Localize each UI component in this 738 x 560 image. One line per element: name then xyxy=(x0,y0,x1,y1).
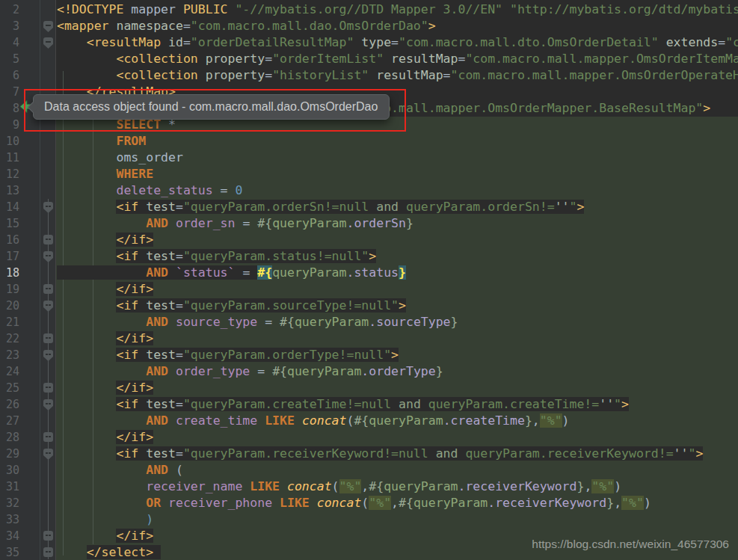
line-number: 8 xyxy=(0,100,19,117)
code-line[interactable]: </if> xyxy=(56,232,738,248)
line-number: 22 xyxy=(0,330,19,347)
line-number: 21 xyxy=(0,314,19,330)
line-number: 34 xyxy=(0,528,19,544)
code-line[interactable]: AND order_sn = #{queryParam.orderSn} xyxy=(56,215,738,232)
code-line[interactable]: <if test="queryParam.status!=null"> xyxy=(56,248,738,265)
line-number: 29 xyxy=(0,446,19,462)
line-number: 27 xyxy=(0,413,19,429)
line-number: 24 xyxy=(0,363,19,380)
tooltip-text: Data access object found - com.macro.mal… xyxy=(44,100,378,113)
code-line[interactable]: receiver_name LIKE concat("%",#{queryPar… xyxy=(56,479,738,495)
code-line[interactable]: <if test="queryParam.orderSn!=null and q… xyxy=(56,199,738,215)
code-line[interactable]: ) xyxy=(56,511,738,528)
line-number: 23 xyxy=(0,347,19,363)
code-line[interactable]: AND source_type = #{queryParam.sourceTyp… xyxy=(56,314,738,330)
line-number: 16 xyxy=(0,232,19,248)
code-line[interactable]: delete_status = 0 xyxy=(56,182,738,199)
code-line[interactable]: OR receiver_phone LIKE concat("%",#{quer… xyxy=(56,495,738,511)
code-line[interactable]: </if> xyxy=(56,429,738,446)
dao-tooltip: Data access object found - com.macro.mal… xyxy=(33,94,390,120)
code-line[interactable]: WHERE xyxy=(56,166,738,182)
line-number: 10 xyxy=(0,133,19,150)
line-number: 20 xyxy=(0,298,19,314)
line-number: 9 xyxy=(0,117,19,133)
code-line[interactable]: <if test="queryParam.createTime!=null an… xyxy=(56,396,738,413)
line-number: 2 xyxy=(0,1,19,18)
line-number: 32 xyxy=(0,495,19,511)
line-number: 35 xyxy=(0,544,19,560)
xml-editor: 2345678910111213141516171819202122232425… xyxy=(0,0,738,560)
line-number: 31 xyxy=(0,479,19,495)
line-number: 25 xyxy=(0,380,19,396)
line-number: 18 xyxy=(0,265,19,281)
line-number: 7 xyxy=(0,84,19,100)
line-number: 13 xyxy=(0,182,19,199)
line-number: 26 xyxy=(0,396,19,413)
line-number: 30 xyxy=(0,462,19,479)
code-line[interactable]: AND `status` = #{queryParam.status} xyxy=(56,265,738,281)
line-number: 17 xyxy=(0,248,19,265)
code-line[interactable]: oms_order xyxy=(56,150,738,166)
code-line[interactable]: </if> xyxy=(56,281,738,298)
line-number: 28 xyxy=(0,429,19,446)
watermark-text: https://blog.csdn.net/weixin_46577306 xyxy=(532,536,729,553)
code-line[interactable]: AND ( xyxy=(56,462,738,479)
fold-connector-line xyxy=(48,199,49,559)
code-line[interactable]: AND create_time LIKE concat(#{queryParam… xyxy=(56,413,738,429)
line-number: 6 xyxy=(0,67,19,84)
code-line[interactable]: <if test="queryParam.receiverKeyword!=nu… xyxy=(56,446,738,462)
line-number: 5 xyxy=(0,51,19,67)
line-number: 3 xyxy=(0,18,19,34)
code-line[interactable]: <!DOCTYPE mapper PUBLIC "-//mybatis.org/… xyxy=(56,1,738,18)
code-lines[interactable]: <!DOCTYPE mapper PUBLIC "-//mybatis.org/… xyxy=(56,1,738,560)
code-line[interactable]: FROM xyxy=(56,133,738,150)
fold-start-icon[interactable] xyxy=(43,21,53,32)
line-number: 14 xyxy=(0,199,19,215)
line-number: 12 xyxy=(0,166,19,182)
code-line[interactable]: <collection property="historyList" resul… xyxy=(56,67,738,84)
code-line[interactable]: <collection property="orderItemList" res… xyxy=(56,51,738,67)
gutter: 2345678910111213141516171819202122232425… xyxy=(0,0,56,560)
line-number: 19 xyxy=(0,281,19,298)
code-line[interactable]: <resultMap id="orderDetailResultMap" typ… xyxy=(56,34,738,51)
code-line[interactable]: </if> xyxy=(56,330,738,347)
gutter-rows: 2345678910111213141516171819202122232425… xyxy=(0,1,55,560)
fold-start-icon[interactable] xyxy=(43,37,53,49)
code-line[interactable]: <mapper namespace="com.macro.mall.dao.Om… xyxy=(56,18,738,34)
code-line[interactable]: <if test="queryParam.sourceType!=null"> xyxy=(56,298,738,314)
code-line[interactable]: <if test="queryParam.orderType!=null"> xyxy=(56,347,738,363)
line-number: 11 xyxy=(0,150,19,166)
line-number: 33 xyxy=(0,511,19,528)
line-number: 4 xyxy=(0,34,19,51)
code-line[interactable]: AND order_type = #{queryParam.orderType} xyxy=(56,363,738,380)
line-number: 15 xyxy=(0,215,19,232)
code-line[interactable]: </if> xyxy=(56,380,738,396)
